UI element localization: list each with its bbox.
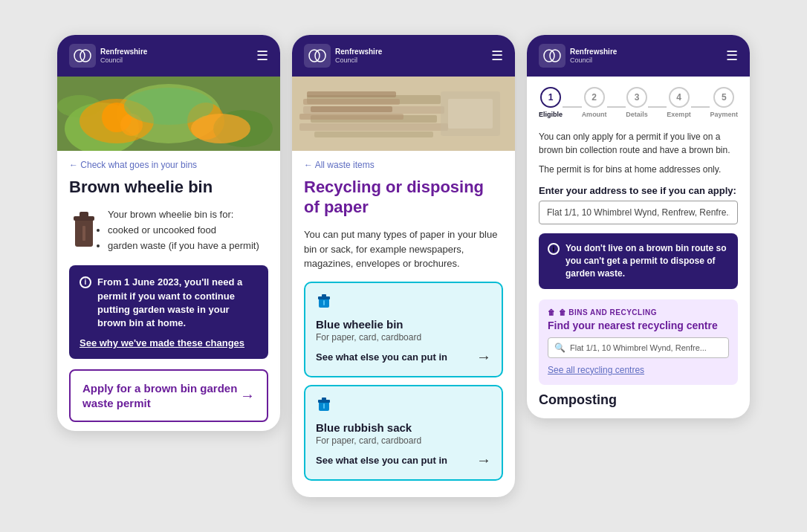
warning-icon: i bbox=[548, 243, 560, 255]
step-connector-2 bbox=[607, 106, 626, 108]
card-blue-wheelie-bin[interactable]: Blue wheelie bin For paper, card, cardbo… bbox=[304, 282, 503, 377]
step-indicator-row: 1 Eligible 2 Amount 3 Details 4 Exempt bbox=[539, 87, 738, 118]
logo-text: Renfrewshire Council bbox=[100, 48, 147, 65]
bin-description: Your brown wheelie bin is for: cooked or… bbox=[108, 207, 259, 253]
bin-item-1: cooked or uncooked food bbox=[108, 223, 259, 239]
svg-point-6 bbox=[120, 114, 143, 136]
breadcrumb-2[interactable]: ← All waste items bbox=[304, 160, 503, 170]
info-box-text: i From 1 June 2023, you'll need a permit… bbox=[80, 276, 258, 330]
phone3-logo: Renfrewshire Council bbox=[539, 44, 617, 68]
step-5[interactable]: 5 Payment bbox=[710, 87, 738, 118]
svg-rect-17 bbox=[307, 95, 441, 104]
svg-rect-20 bbox=[299, 123, 448, 131]
composting-heading: Composting bbox=[539, 392, 738, 408]
logo-text-2: Renfrewshire Council bbox=[335, 48, 382, 65]
screens-container: Renfrewshire Council ☰ ← Check what goes… bbox=[57, 35, 750, 496]
svg-point-0 bbox=[74, 50, 85, 62]
phone3-content: 1 Eligible 2 Amount 3 Details 4 Exempt bbox=[527, 77, 750, 418]
card1-link-row: See what else you can put in → bbox=[316, 348, 491, 366]
card1-link[interactable]: See what else you can put in bbox=[316, 351, 447, 363]
hamburger-menu-icon-3[interactable]: ☰ bbox=[726, 48, 738, 64]
see-all-recycling-link[interactable]: See all recycling centres bbox=[548, 365, 644, 375]
phone-2: Renfrewshire Council ☰ ← All waste items… bbox=[292, 35, 515, 496]
bin-icon bbox=[69, 207, 99, 255]
search-icon: 🔍 bbox=[554, 343, 565, 353]
step-1[interactable]: 1 Eligible bbox=[539, 87, 563, 118]
svg-point-3 bbox=[65, 103, 139, 151]
address-label: Enter your address to see if you can app… bbox=[539, 185, 738, 196]
step-connector-4 bbox=[691, 106, 710, 108]
card1-title: Blue wheelie bin bbox=[316, 318, 491, 331]
svg-point-33 bbox=[550, 50, 560, 62]
svg-rect-23 bbox=[448, 99, 493, 129]
phone2-header: Renfrewshire Council ☰ bbox=[292, 35, 515, 77]
logo-text-3: Renfrewshire Council bbox=[570, 48, 617, 65]
svg-point-15 bbox=[315, 50, 325, 62]
step-4[interactable]: 4 Exempt bbox=[667, 87, 691, 118]
step-2-label: Amount bbox=[582, 111, 607, 118]
breadcrumb[interactable]: ← Check what goes in your bins bbox=[69, 160, 268, 170]
info-icon: i bbox=[80, 276, 91, 288]
hamburger-menu-icon-2[interactable]: ☰ bbox=[491, 48, 503, 64]
step-connector-3 bbox=[648, 106, 667, 108]
eligibility-desc-1: You can only apply for a permit if you l… bbox=[539, 130, 738, 157]
warning-box: i You don't live on a brown bin route so… bbox=[539, 233, 738, 288]
address-input[interactable] bbox=[539, 201, 738, 224]
phone-1: Renfrewshire Council ☰ ← Check what goes… bbox=[57, 35, 280, 431]
svg-point-32 bbox=[544, 50, 554, 62]
svg-rect-31 bbox=[323, 403, 325, 409]
step-5-label: Payment bbox=[710, 111, 738, 118]
recycling-title: Find your nearest recycling centre bbox=[548, 319, 729, 331]
step-3-circle: 3 bbox=[626, 87, 647, 108]
card2-arrow-icon: → bbox=[476, 452, 491, 469]
svg-point-8 bbox=[213, 110, 273, 147]
apply-cta-button[interactable]: Apply for a brown bin garden waste permi… bbox=[69, 369, 268, 422]
svg-rect-13 bbox=[82, 226, 85, 241]
svg-rect-16 bbox=[292, 77, 515, 151]
step-3-label: Details bbox=[626, 111, 648, 118]
svg-point-9 bbox=[57, 95, 102, 117]
cta-arrow-icon: → bbox=[240, 387, 255, 404]
svg-rect-27 bbox=[323, 300, 325, 305]
recycling-search-row[interactable]: 🔍 Flat 1/1, 10 Whimbrel Wynd, Renfre... bbox=[548, 337, 729, 358]
warning-text: You don't live on a brown bin route so y… bbox=[565, 242, 729, 279]
phone1-logo: Renfrewshire Council bbox=[69, 44, 147, 68]
info-link[interactable]: See why we've made these changes bbox=[80, 337, 258, 348]
svg-rect-2 bbox=[57, 77, 280, 151]
step-connector-1 bbox=[563, 106, 582, 108]
logo-icon-2 bbox=[304, 44, 331, 68]
step-5-circle: 5 bbox=[713, 87, 734, 108]
eligibility-desc-2: The permit is for bins at home addresses… bbox=[539, 163, 738, 176]
step-1-label: Eligible bbox=[539, 111, 563, 118]
hamburger-menu-icon[interactable]: ☰ bbox=[256, 48, 268, 64]
recycling-input: Flat 1/1, 10 Whimbrel Wynd, Renfre... bbox=[570, 343, 707, 352]
recycling-section: 🗑 🗑 BINS AND RECYCLING Find your nearest… bbox=[539, 299, 738, 385]
bin-card-icon-2 bbox=[316, 397, 491, 417]
info-box-permit: i From 1 June 2023, you'll need a permit… bbox=[69, 265, 268, 359]
step-4-circle: 4 bbox=[669, 87, 690, 108]
card2-link-row: See what else you can put in → bbox=[316, 452, 491, 469]
bin-info-row: Your brown wheelie bin is for: cooked or… bbox=[69, 207, 268, 255]
phone2-logo: Renfrewshire Council bbox=[304, 44, 382, 68]
step-4-label: Exempt bbox=[667, 111, 691, 118]
svg-point-5 bbox=[102, 103, 132, 132]
svg-rect-26 bbox=[322, 294, 326, 297]
card2-link[interactable]: See what else you can put in bbox=[316, 455, 447, 466]
svg-rect-30 bbox=[322, 398, 326, 400]
hero-image-garden-waste bbox=[57, 77, 280, 151]
phone3-header: Renfrewshire Council ☰ bbox=[527, 35, 750, 77]
logo-icon bbox=[69, 44, 96, 68]
step-2[interactable]: 2 Amount bbox=[582, 87, 607, 118]
step-3[interactable]: 3 Details bbox=[626, 87, 648, 118]
logo-icon-3 bbox=[539, 44, 565, 68]
card1-subtitle: For paper, card, cardboard bbox=[316, 332, 491, 343]
card2-subtitle: For paper, card, cardboard bbox=[316, 435, 491, 446]
bin-card-icon-1 bbox=[316, 293, 491, 314]
step-2-circle: 2 bbox=[584, 87, 605, 108]
svg-point-14 bbox=[309, 50, 320, 62]
card-blue-rubbish-sack[interactable]: Blue rubbish sack For paper, card, cardb… bbox=[304, 385, 503, 481]
svg-rect-21 bbox=[314, 132, 433, 137]
svg-rect-18 bbox=[303, 106, 444, 114]
phone1-header: Renfrewshire Council ☰ bbox=[57, 35, 280, 77]
svg-point-4 bbox=[117, 84, 221, 143]
